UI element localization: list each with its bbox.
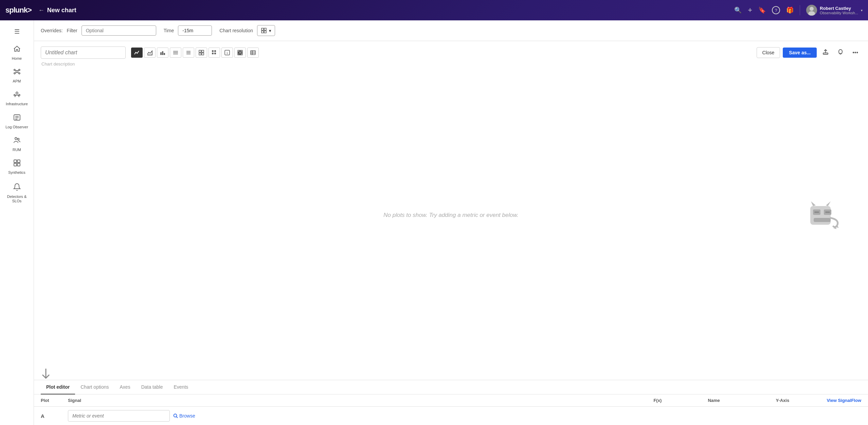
- chart-title-input[interactable]: [41, 47, 126, 59]
- sidebar-label-log-observer: Log Observer: [5, 125, 28, 129]
- chart-type-bar-button[interactable]: [157, 48, 168, 58]
- page-title: New chart: [47, 7, 76, 14]
- tab-axes[interactable]: Axes: [114, 380, 136, 394]
- chart-preview: No plots to show. Try adding a metric or…: [41, 71, 861, 360]
- chart-type-stacked-button[interactable]: [170, 48, 181, 58]
- svg-text:1: 1: [226, 51, 228, 55]
- sidebar-hamburger[interactable]: ☰: [11, 24, 23, 39]
- sidebar-label-rum: RUM: [13, 148, 21, 152]
- sidebar-label-detectors: Detectors & SLOs: [3, 195, 31, 203]
- close-button[interactable]: Close: [757, 47, 780, 58]
- time-input[interactable]: [178, 25, 212, 36]
- sidebar-label-infrastructure: Infrastructure: [6, 102, 28, 106]
- sidebar-item-rum[interactable]: RUM: [0, 133, 34, 155]
- svg-rect-52: [239, 52, 241, 53]
- sidebar-item-home[interactable]: Home: [0, 41, 34, 64]
- chart-type-table-button[interactable]: [247, 48, 259, 58]
- chart-type-line-button[interactable]: [131, 48, 143, 58]
- detectors-icon: [13, 183, 21, 193]
- share-button[interactable]: [819, 47, 832, 59]
- gift-icon[interactable]: 🎁: [786, 6, 794, 14]
- chevron-down-icon: ▾: [269, 28, 271, 33]
- svg-point-4: [14, 69, 15, 71]
- sidebar-item-infrastructure[interactable]: Infrastructure: [0, 87, 34, 110]
- svg-point-12: [16, 92, 18, 94]
- browse-button[interactable]: Browse: [173, 413, 195, 419]
- svg-line-10: [15, 72, 16, 73]
- chevron-down-icon: ▾: [861, 8, 863, 12]
- chart-type-list-button[interactable]: [183, 48, 194, 58]
- svg-rect-51: [238, 52, 239, 53]
- plot-letter-a: A: [41, 413, 68, 419]
- resolution-button[interactable]: ▾: [257, 25, 275, 36]
- filter-input[interactable]: [82, 25, 156, 36]
- svg-line-9: [18, 70, 19, 71]
- chart-toolbar: 1: [131, 48, 259, 58]
- svg-rect-56: [241, 54, 242, 55]
- tab-plot-editor[interactable]: Plot editor: [41, 380, 75, 394]
- col-plot-header: Plot: [41, 398, 68, 403]
- svg-rect-26: [264, 28, 266, 30]
- time-label: Time: [164, 28, 174, 33]
- col-fx-header: F(x): [653, 398, 708, 403]
- back-button[interactable]: ←: [38, 7, 44, 14]
- svg-rect-53: [241, 52, 242, 53]
- svg-rect-67: [814, 211, 819, 213]
- no-plots-message: No plots to show. Try adding a metric or…: [383, 212, 519, 219]
- svg-rect-23: [14, 163, 17, 166]
- browse-search-icon: [173, 413, 178, 418]
- svg-point-14: [19, 94, 20, 96]
- rum-icon: [13, 136, 21, 146]
- chart-type-heatmap-button[interactable]: [234, 48, 246, 58]
- svg-rect-30: [162, 51, 163, 55]
- svg-rect-49: [239, 50, 241, 52]
- sidebar-label-synthetics: Synthetics: [8, 170, 25, 175]
- svg-line-8: [15, 70, 16, 71]
- more-options-button[interactable]: •••: [849, 47, 861, 58]
- sidebar-item-detectors[interactable]: Detectors & SLOs: [0, 180, 34, 207]
- svg-line-11: [18, 72, 19, 73]
- svg-rect-68: [825, 211, 830, 213]
- user-menu[interactable]: Robert Castley Observability Worksh... ▾: [806, 5, 863, 16]
- svg-line-74: [177, 417, 178, 418]
- svg-rect-29: [160, 52, 162, 55]
- svg-marker-64: [826, 201, 831, 206]
- svg-point-73: [174, 414, 177, 417]
- tab-chart-options[interactable]: Chart options: [75, 380, 114, 394]
- chart-type-area-button[interactable]: [144, 48, 156, 58]
- sidebar-item-apm[interactable]: APM: [0, 64, 34, 87]
- svg-rect-45: [214, 53, 216, 54]
- metric-input-wrapper: Browse: [68, 410, 861, 422]
- main-content: Overrides: Filter Time Chart resolution …: [34, 20, 868, 425]
- tab-events[interactable]: Events: [168, 380, 194, 394]
- svg-rect-39: [202, 50, 204, 52]
- chart-type-single-button[interactable]: 1: [221, 48, 233, 58]
- svg-rect-42: [212, 50, 214, 52]
- view-signalflow-button[interactable]: View SignalFlow: [827, 398, 861, 403]
- svg-point-13: [14, 94, 15, 96]
- nav-divider: [800, 5, 800, 15]
- chart-type-4-button[interactable]: [196, 48, 207, 58]
- help-icon[interactable]: ?: [772, 6, 780, 14]
- sidebar-item-synthetics[interactable]: Synthetics: [0, 155, 34, 178]
- metric-input[interactable]: [68, 410, 170, 422]
- add-icon[interactable]: +: [748, 6, 752, 15]
- save-as-button[interactable]: Save as...: [783, 48, 817, 58]
- resolution-label: Chart resolution: [219, 28, 253, 33]
- plot-editor-tabs: Plot editor Chart options Axes Data tabl…: [34, 380, 868, 394]
- tab-data-table[interactable]: Data table: [136, 380, 168, 394]
- user-info: Robert Castley Observability Worksh...: [820, 6, 858, 15]
- svg-rect-31: [164, 53, 165, 55]
- chart-type-grid-button[interactable]: [209, 48, 220, 58]
- svg-point-19: [15, 137, 17, 140]
- search-icon[interactable]: 🔍: [734, 6, 742, 14]
- overrides-bar: Overrides: Filter Time Chart resolution …: [34, 20, 868, 41]
- svg-point-5: [19, 69, 20, 71]
- sidebar-item-log-observer[interactable]: Log Observer: [0, 110, 34, 133]
- svg-rect-22: [17, 160, 20, 163]
- bookmark-icon[interactable]: 🔖: [758, 6, 766, 14]
- svg-rect-38: [199, 50, 201, 52]
- splunk-logo: splunk>: [5, 6, 32, 15]
- alert-button[interactable]: [834, 47, 847, 59]
- browse-label: Browse: [179, 413, 195, 419]
